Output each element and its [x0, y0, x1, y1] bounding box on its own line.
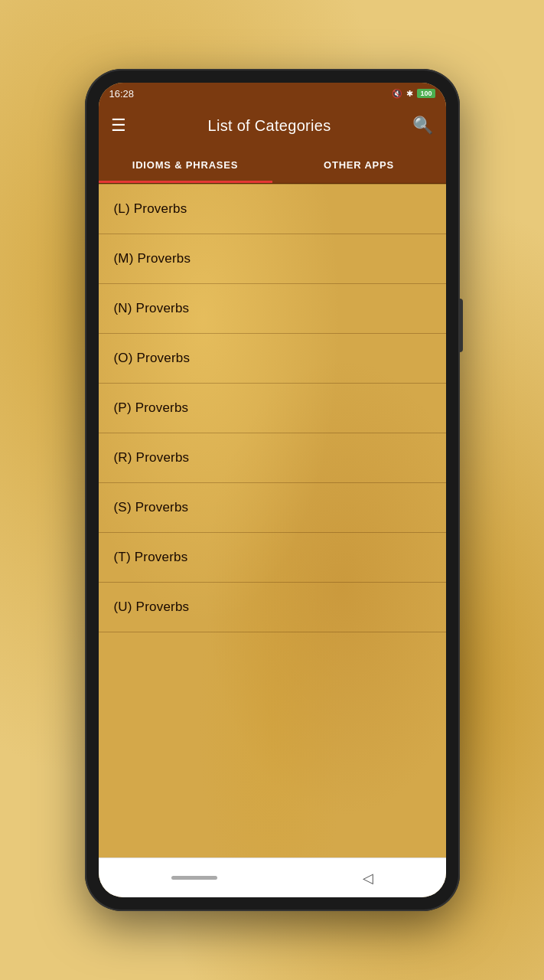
list-item[interactable]: (S) Proverbs [99, 483, 446, 533]
status-time: 16:28 [109, 88, 135, 100]
list-item[interactable]: (U) Proverbs [99, 583, 446, 632]
toolbar: ☰ List of Categories 🔍 [99, 104, 446, 147]
phone-screen: 16:28 🔇 ✱ 100 ☰ List of Categories 🔍 IDI… [99, 83, 446, 897]
phone-frame: 16:28 🔇 ✱ 100 ☰ List of Categories 🔍 IDI… [85, 69, 460, 911]
status-bar: 16:28 🔇 ✱ 100 [99, 83, 446, 104]
list-item-label: (M) Proverbs [114, 251, 191, 266]
list-item-label: (U) Proverbs [114, 599, 190, 614]
list-item[interactable]: (M) Proverbs [99, 234, 446, 284]
nav-back-icon[interactable]: ◁ [363, 870, 373, 887]
list-item[interactable]: (N) Proverbs [99, 284, 446, 334]
hamburger-icon[interactable]: ☰ [111, 117, 126, 134]
categories-list: (L) Proverbs (M) Proverbs (N) Proverbs (… [99, 184, 446, 858]
list-item-label: (P) Proverbs [114, 400, 189, 415]
list-item[interactable]: (T) Proverbs [99, 533, 446, 583]
battery-badge: 100 [417, 89, 435, 98]
tab-idioms-label: IDIOMS & PHRASES [132, 159, 238, 171]
nav-home-pill[interactable] [171, 876, 217, 880]
list-item-label: (S) Proverbs [114, 500, 189, 514]
list-item[interactable]: (P) Proverbs [99, 384, 446, 433]
search-icon[interactable]: 🔍 [412, 116, 433, 136]
list-item-label: (R) Proverbs [114, 450, 190, 465]
page-title: List of Categories [207, 117, 331, 135]
list-item-label: (L) Proverbs [114, 201, 187, 216]
tab-other-apps[interactable]: OTHER APPS [272, 147, 446, 183]
nav-bar: ◁ [99, 858, 446, 897]
mute-icon: 🔇 [392, 89, 402, 99]
bluetooth-icon: ✱ [406, 89, 413, 99]
side-button [460, 299, 463, 352]
status-icons: 🔇 ✱ 100 [392, 89, 435, 99]
tab-idioms[interactable]: IDIOMS & PHRASES [99, 147, 272, 183]
list-item[interactable]: (L) Proverbs [99, 184, 446, 234]
tab-other-apps-label: OTHER APPS [324, 159, 394, 171]
list-item-label: (O) Proverbs [114, 351, 191, 365]
tabs-bar: IDIOMS & PHRASES OTHER APPS [99, 147, 446, 184]
list-item[interactable]: (O) Proverbs [99, 334, 446, 384]
list-item[interactable]: (R) Proverbs [99, 433, 446, 483]
list-item-label: (N) Proverbs [114, 301, 190, 315]
list-item-label: (T) Proverbs [114, 550, 188, 564]
